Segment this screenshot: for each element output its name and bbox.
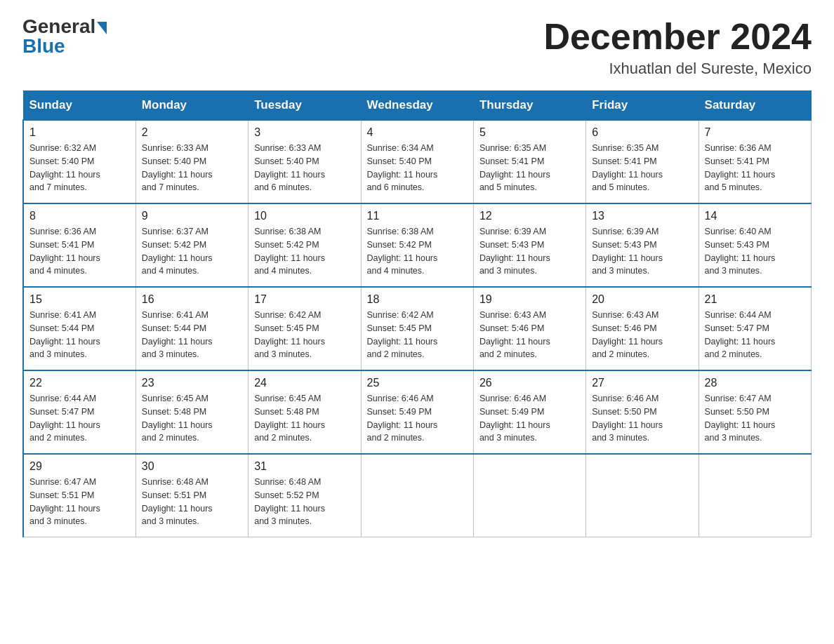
- calendar-day-cell: 20 Sunrise: 6:43 AM Sunset: 5:46 PM Dayl…: [586, 287, 699, 370]
- day-info: Sunrise: 6:34 AM Sunset: 5:40 PM Dayligh…: [367, 142, 468, 194]
- title-block: December 2024 Ixhuatlan del Sureste, Mex…: [543, 17, 812, 78]
- col-sunday: Sunday: [23, 91, 135, 121]
- calendar-day-cell: 31 Sunrise: 6:48 AM Sunset: 5:52 PM Dayl…: [249, 454, 361, 537]
- calendar-day-cell: 19 Sunrise: 6:43 AM Sunset: 5:46 PM Dayl…: [473, 287, 585, 370]
- calendar-day-cell: 22 Sunrise: 6:44 AM Sunset: 5:47 PM Dayl…: [23, 370, 135, 454]
- col-friday: Friday: [586, 91, 699, 121]
- calendar-day-cell: [473, 454, 585, 537]
- calendar-day-cell: 8 Sunrise: 6:36 AM Sunset: 5:41 PM Dayli…: [23, 203, 135, 287]
- day-info: Sunrise: 6:46 AM Sunset: 5:50 PM Dayligh…: [592, 392, 692, 445]
- calendar-week-row: 29 Sunrise: 6:47 AM Sunset: 5:51 PM Dayl…: [23, 454, 812, 537]
- day-number: 25: [367, 377, 468, 389]
- day-info: Sunrise: 6:44 AM Sunset: 5:47 PM Dayligh…: [29, 392, 130, 445]
- calendar-week-row: 22 Sunrise: 6:44 AM Sunset: 5:47 PM Dayl…: [23, 370, 812, 454]
- calendar-day-cell: 21 Sunrise: 6:44 AM Sunset: 5:47 PM Dayl…: [699, 287, 811, 370]
- day-number: 28: [705, 377, 805, 389]
- col-saturday: Saturday: [699, 91, 811, 121]
- calendar-day-cell: 10 Sunrise: 6:38 AM Sunset: 5:42 PM Dayl…: [249, 203, 361, 287]
- day-number: 14: [705, 210, 805, 222]
- calendar-day-cell: 9 Sunrise: 6:37 AM Sunset: 5:42 PM Dayli…: [135, 203, 248, 287]
- day-info: Sunrise: 6:37 AM Sunset: 5:42 PM Dayligh…: [142, 225, 242, 278]
- day-info: Sunrise: 6:47 AM Sunset: 5:51 PM Dayligh…: [29, 476, 130, 528]
- calendar-week-row: 15 Sunrise: 6:41 AM Sunset: 5:44 PM Dayl…: [23, 287, 812, 370]
- page-header: General Blue December 2024 Ixhuatlan del…: [22, 17, 812, 78]
- calendar-day-cell: 4 Sunrise: 6:34 AM Sunset: 5:40 PM Dayli…: [361, 120, 473, 203]
- day-info: Sunrise: 6:48 AM Sunset: 5:52 PM Dayligh…: [254, 476, 355, 528]
- day-number: 5: [479, 126, 580, 139]
- day-info: Sunrise: 6:42 AM Sunset: 5:45 PM Dayligh…: [367, 309, 468, 361]
- day-info: Sunrise: 6:33 AM Sunset: 5:40 PM Dayligh…: [142, 142, 242, 194]
- calendar-week-row: 8 Sunrise: 6:36 AM Sunset: 5:41 PM Dayli…: [23, 203, 812, 287]
- day-info: Sunrise: 6:47 AM Sunset: 5:50 PM Dayligh…: [705, 392, 805, 445]
- day-info: Sunrise: 6:46 AM Sunset: 5:49 PM Dayligh…: [367, 392, 468, 445]
- day-info: Sunrise: 6:48 AM Sunset: 5:51 PM Dayligh…: [142, 476, 242, 528]
- header-row: Sunday Monday Tuesday Wednesday Thursday…: [23, 91, 812, 121]
- day-info: Sunrise: 6:40 AM Sunset: 5:43 PM Dayligh…: [705, 225, 805, 278]
- day-info: Sunrise: 6:43 AM Sunset: 5:46 PM Dayligh…: [592, 309, 692, 361]
- day-info: Sunrise: 6:41 AM Sunset: 5:44 PM Dayligh…: [29, 309, 130, 361]
- calendar-day-cell: 2 Sunrise: 6:33 AM Sunset: 5:40 PM Dayli…: [135, 120, 248, 203]
- day-number: 15: [29, 293, 130, 306]
- day-number: 20: [592, 293, 692, 306]
- day-number: 22: [29, 377, 130, 389]
- logo-arrow-icon: [97, 22, 107, 34]
- calendar-day-cell: 26 Sunrise: 6:46 AM Sunset: 5:49 PM Dayl…: [473, 370, 585, 454]
- day-number: 30: [142, 460, 242, 473]
- day-info: Sunrise: 6:43 AM Sunset: 5:46 PM Dayligh…: [479, 309, 580, 361]
- day-number: 2: [142, 126, 242, 139]
- day-info: Sunrise: 6:39 AM Sunset: 5:43 PM Dayligh…: [479, 225, 580, 278]
- calendar-day-cell: 27 Sunrise: 6:46 AM Sunset: 5:50 PM Dayl…: [586, 370, 699, 454]
- day-number: 7: [705, 126, 805, 139]
- calendar-day-cell: 23 Sunrise: 6:45 AM Sunset: 5:48 PM Dayl…: [135, 370, 248, 454]
- day-number: 29: [29, 460, 130, 473]
- col-thursday: Thursday: [473, 91, 585, 121]
- calendar-day-cell: 5 Sunrise: 6:35 AM Sunset: 5:41 PM Dayli…: [473, 120, 585, 203]
- day-info: Sunrise: 6:41 AM Sunset: 5:44 PM Dayligh…: [142, 309, 242, 361]
- day-number: 21: [705, 293, 805, 306]
- calendar-day-cell: [361, 454, 473, 537]
- day-info: Sunrise: 6:45 AM Sunset: 5:48 PM Dayligh…: [254, 392, 355, 445]
- day-info: Sunrise: 6:33 AM Sunset: 5:40 PM Dayligh…: [254, 142, 355, 194]
- calendar-day-cell: 3 Sunrise: 6:33 AM Sunset: 5:40 PM Dayli…: [249, 120, 361, 203]
- calendar-day-cell: 17 Sunrise: 6:42 AM Sunset: 5:45 PM Dayl…: [249, 287, 361, 370]
- day-info: Sunrise: 6:35 AM Sunset: 5:41 PM Dayligh…: [592, 142, 692, 194]
- col-tuesday: Tuesday: [249, 91, 361, 121]
- calendar-day-cell: 15 Sunrise: 6:41 AM Sunset: 5:44 PM Dayl…: [23, 287, 135, 370]
- logo-general-text: General: [22, 17, 95, 36]
- col-monday: Monday: [135, 91, 248, 121]
- calendar-header: Sunday Monday Tuesday Wednesday Thursday…: [23, 91, 812, 121]
- day-info: Sunrise: 6:36 AM Sunset: 5:41 PM Dayligh…: [705, 142, 805, 194]
- col-wednesday: Wednesday: [361, 91, 473, 121]
- day-number: 8: [29, 210, 130, 222]
- day-number: 1: [29, 126, 130, 139]
- calendar-day-cell: [586, 454, 699, 537]
- day-number: 16: [142, 293, 242, 306]
- logo-top: General: [22, 17, 107, 36]
- day-number: 6: [592, 126, 692, 139]
- calendar-day-cell: 1 Sunrise: 6:32 AM Sunset: 5:40 PM Dayli…: [23, 120, 135, 203]
- calendar-day-cell: 12 Sunrise: 6:39 AM Sunset: 5:43 PM Dayl…: [473, 203, 585, 287]
- calendar-day-cell: 30 Sunrise: 6:48 AM Sunset: 5:51 PM Dayl…: [135, 454, 248, 537]
- calendar-week-row: 1 Sunrise: 6:32 AM Sunset: 5:40 PM Dayli…: [23, 120, 812, 203]
- day-info: Sunrise: 6:38 AM Sunset: 5:42 PM Dayligh…: [254, 225, 355, 278]
- calendar-table: Sunday Monday Tuesday Wednesday Thursday…: [22, 90, 812, 537]
- calendar-subtitle: Ixhuatlan del Sureste, Mexico: [543, 60, 812, 78]
- calendar-day-cell: 7 Sunrise: 6:36 AM Sunset: 5:41 PM Dayli…: [699, 120, 811, 203]
- calendar-day-cell: 25 Sunrise: 6:46 AM Sunset: 5:49 PM Dayl…: [361, 370, 473, 454]
- day-number: 27: [592, 377, 692, 389]
- day-number: 12: [479, 210, 580, 222]
- day-info: Sunrise: 6:42 AM Sunset: 5:45 PM Dayligh…: [254, 309, 355, 361]
- calendar-day-cell: 29 Sunrise: 6:47 AM Sunset: 5:51 PM Dayl…: [23, 454, 135, 537]
- day-number: 11: [367, 210, 468, 222]
- day-info: Sunrise: 6:32 AM Sunset: 5:40 PM Dayligh…: [29, 142, 130, 194]
- logo-blue-text: Blue: [22, 35, 65, 58]
- calendar-day-cell: 28 Sunrise: 6:47 AM Sunset: 5:50 PM Dayl…: [699, 370, 811, 454]
- day-info: Sunrise: 6:45 AM Sunset: 5:48 PM Dayligh…: [142, 392, 242, 445]
- day-number: 13: [592, 210, 692, 222]
- calendar-day-cell: 24 Sunrise: 6:45 AM Sunset: 5:48 PM Dayl…: [249, 370, 361, 454]
- calendar-day-cell: 16 Sunrise: 6:41 AM Sunset: 5:44 PM Dayl…: [135, 287, 248, 370]
- calendar-day-cell: 13 Sunrise: 6:39 AM Sunset: 5:43 PM Dayl…: [586, 203, 699, 287]
- day-number: 3: [254, 126, 355, 139]
- day-number: 4: [367, 126, 468, 139]
- calendar-day-cell: 14 Sunrise: 6:40 AM Sunset: 5:43 PM Dayl…: [699, 203, 811, 287]
